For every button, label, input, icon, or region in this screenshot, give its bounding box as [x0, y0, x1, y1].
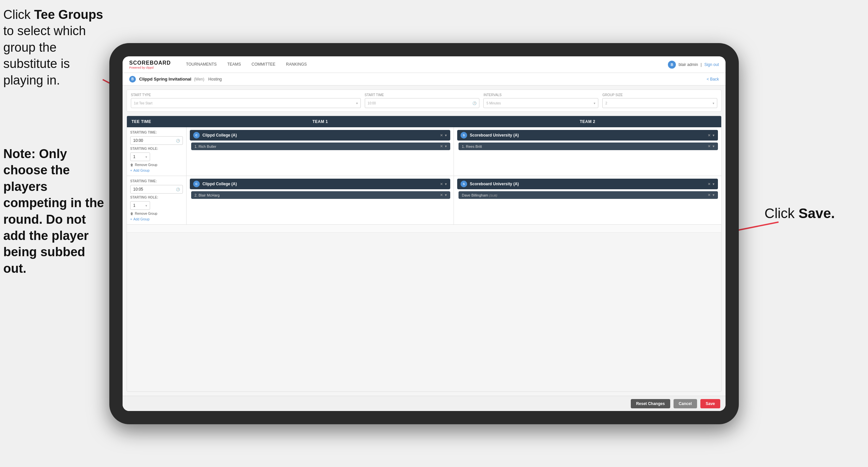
tee-groups-bold: Tee Groups: [34, 8, 103, 22]
team-avatar-2-2: S: [461, 181, 467, 187]
nav-rankings[interactable]: RANKINGS: [281, 56, 312, 73]
player-name-2-1-1: 2. Blair McHarg: [194, 193, 220, 197]
remove-group-btn-1[interactable]: 🗑 Remove Group: [130, 163, 183, 167]
player-card-1-1-1[interactable]: 1. Rich Butler ✕ ▾: [191, 143, 450, 150]
instruction-bottom: Note: Only choose the players competing …: [3, 146, 106, 277]
close-icon-2-1[interactable]: ✕: [440, 182, 443, 186]
note-bold: Note: Only choose the players competing …: [3, 147, 104, 275]
chevron-player-1-1-1[interactable]: ▾: [445, 144, 447, 148]
close-icon-1-2[interactable]: ✕: [708, 133, 711, 138]
logo-subtitle: Powered by clippd: [129, 66, 171, 69]
back-button[interactable]: < Back: [707, 77, 719, 82]
starting-time-input-2[interactable]: 10:05 🕐: [130, 185, 183, 194]
team-card-2-1[interactable]: C Clippd College (A) ✕ ▾: [190, 179, 450, 189]
intervals-input[interactable]: 5 Minutes ▾: [483, 98, 598, 108]
click-save-label: Click Save.: [765, 205, 835, 222]
tee-groups-table: Tee Time Team 1 Team 2 STARTING TIME: 10…: [127, 116, 721, 392]
save-button[interactable]: Save: [700, 399, 720, 408]
logo-title: SCOREBOARD: [129, 60, 171, 66]
player-card-2-2-1[interactable]: Dave Billingham (SUB) ✕ ▾: [459, 191, 718, 199]
navigation: SCOREBOARD Powered by clippd TOURNAMENTS…: [123, 56, 725, 73]
chevron-player-2-2-1[interactable]: ▾: [713, 193, 715, 197]
plus-icon-2: +: [130, 217, 132, 221]
spin-icon: ▾: [356, 101, 358, 105]
reset-button[interactable]: Reset Changes: [631, 399, 670, 408]
nav-tournaments[interactable]: TOURNAMENTS: [181, 56, 222, 73]
team-card-right-1-1: ✕ ▾: [440, 133, 447, 138]
player-right-1-1-1: ✕ ▾: [440, 144, 447, 148]
start-time-input[interactable]: 10:00 🕐: [365, 98, 480, 108]
plus-icon-1: +: [130, 169, 132, 172]
team-name-1-1: Clippd College (A): [203, 133, 237, 138]
cancel-button[interactable]: Cancel: [674, 399, 697, 408]
close-icon-1-1[interactable]: ✕: [440, 133, 443, 138]
group-size-input[interactable]: 2 ▾: [602, 98, 717, 108]
start-type-label: Start Type: [131, 93, 361, 97]
group-1-team1: C Clippd College (A) ✕ ▾ 1. Rich Butler: [187, 127, 454, 176]
chevron-player-1-2-1[interactable]: ▾: [713, 144, 715, 148]
team-card-right-1-2: ✕ ▾: [708, 133, 715, 138]
col-tee-time: Tee Time: [127, 116, 187, 127]
start-time-label: Start Time: [365, 93, 480, 97]
user-name: blair admin: [679, 62, 698, 67]
team-card-1-1[interactable]: C Clippd College (A) ✕ ▾: [190, 130, 450, 141]
add-group-btn-2[interactable]: + Add Group: [130, 217, 183, 221]
start-type-value: 1st Tee Start: [134, 101, 152, 105]
player-name-1-1-1: 1. Rich Butler: [194, 145, 216, 148]
avatar: B: [668, 61, 676, 68]
team-avatar-2-1: C: [193, 181, 200, 187]
add-group-btn-1[interactable]: + Add Group: [130, 169, 183, 172]
team-card-2-2[interactable]: S Scoreboard University (A) ✕ ▾: [457, 179, 718, 189]
starting-time-label-1: STARTING TIME:: [130, 130, 183, 134]
player-right-1-2-1: ✕ ▾: [708, 144, 715, 148]
start-type-field: Start Type 1st Tee Start ▾: [131, 93, 361, 108]
table-row: STARTING TIME: 10:00 🕐 STARTING HOLE: 1 …: [127, 127, 721, 176]
group-size-field: Group Size 2 ▾: [602, 93, 717, 108]
starting-hole-input-1[interactable]: 1 ▾: [130, 152, 150, 161]
team-card-1-2[interactable]: S Scoreboard University (A) ✕ ▾: [457, 130, 718, 141]
chevron-icon-2-2[interactable]: ▾: [713, 182, 715, 186]
intervals-value: 5 Minutes: [486, 101, 501, 105]
player-card-1-2-1[interactable]: 1. Rees Britt ✕ ▾: [459, 143, 718, 150]
nav-items: TOURNAMENTS TEAMS COMMITTEE RANKINGS: [181, 56, 668, 73]
starting-time-label-2: STARTING TIME:: [130, 179, 183, 183]
close-icon-2-2[interactable]: ✕: [708, 182, 711, 186]
group-2-team1: C Clippd College (A) ✕ ▾ 2. Blair McHarg: [187, 176, 454, 224]
nav-committee[interactable]: COMMITTEE: [246, 56, 281, 73]
start-time-value: 10:00: [368, 101, 376, 105]
sub-header: B Clippd Spring Invitational (Men) Hosti…: [123, 73, 725, 86]
team-card-right-2-2: ✕ ▾: [708, 182, 715, 186]
chevron-icon-1-1[interactable]: ▾: [445, 133, 447, 138]
instruction-top: Click Tee Groups to select which group t…: [3, 7, 106, 88]
trash-icon-1: 🗑: [130, 163, 133, 167]
start-type-input[interactable]: 1st Tee Start ▾: [131, 98, 361, 108]
intervals-field: Intervals 5 Minutes ▾: [483, 93, 598, 108]
remove-group-btn-2[interactable]: 🗑 Remove Group: [130, 212, 183, 215]
group-1-team2: S Scoreboard University (A) ✕ ▾ 1. Rees …: [454, 127, 721, 176]
interval-spin-icon: ▾: [594, 101, 595, 105]
close-player-1-2-1[interactable]: ✕: [708, 144, 711, 148]
group-2-team2: S Scoreboard University (A) ✕ ▾: [454, 176, 721, 224]
content-area: Start Type 1st Tee Start ▾ Start Time 10…: [123, 86, 725, 396]
starting-time-input-1[interactable]: 10:00 🕐: [130, 136, 183, 145]
sign-out[interactable]: Sign out: [704, 62, 719, 67]
player-name-2-2-1: Dave Billingham (SUB): [462, 193, 497, 197]
group-1-left: STARTING TIME: 10:00 🕐 STARTING HOLE: 1 …: [127, 127, 187, 176]
close-player-1-1-1[interactable]: ✕: [440, 144, 443, 148]
chevron-icon-1-2[interactable]: ▾: [713, 133, 715, 138]
player-card-2-1-1[interactable]: 2. Blair McHarg ✕ ▾: [191, 191, 450, 199]
table-row-partial: [127, 225, 721, 233]
chevron-player-2-1-1[interactable]: ▾: [445, 193, 447, 197]
chevron-icon-2-1[interactable]: ▾: [445, 182, 447, 186]
team-name-2-1: Clippd College (A): [203, 182, 237, 186]
config-row: Start Type 1st Tee Start ▾ Start Time 10…: [127, 89, 721, 112]
player-right-2-1-1: ✕ ▾: [440, 193, 447, 197]
starting-hole-input-2[interactable]: 1 ▾: [130, 201, 150, 210]
nav-teams[interactable]: TEAMS: [222, 56, 246, 73]
tablet-device: SCOREBOARD Powered by clippd TOURNAMENTS…: [109, 43, 739, 424]
player-right-2-2-1: ✕ ▾: [708, 193, 715, 197]
close-player-2-1-1[interactable]: ✕: [440, 193, 443, 197]
team-name-1-2: Scoreboard University (A): [470, 133, 519, 138]
close-player-2-2-1[interactable]: ✕: [708, 193, 711, 197]
nav-logo: SCOREBOARD Powered by clippd: [129, 60, 171, 69]
